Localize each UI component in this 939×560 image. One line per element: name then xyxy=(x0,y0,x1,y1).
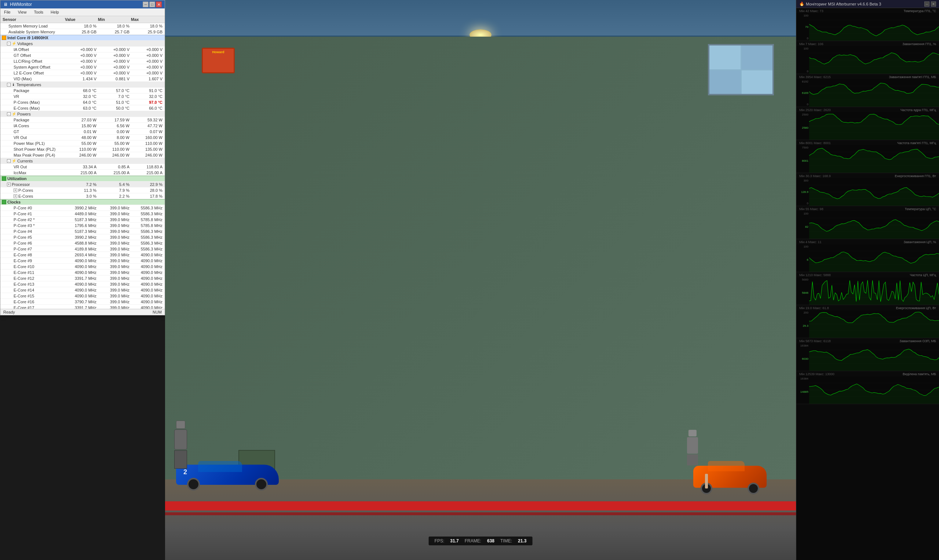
table-row[interactable]: E-Core #11 4090.0 MHz 399.0 MHz 4090.0 M… xyxy=(0,269,165,275)
table-row[interactable]: - ⚡ Voltages xyxy=(0,41,165,46)
graph-svg-gpu-power xyxy=(809,178,939,206)
graph-title-row-gpu-power: Мін 30.3 Макс: 168.9 Енергоспоживання ГП… xyxy=(796,173,939,178)
time-value: 21.3 xyxy=(518,538,526,543)
hwmonitor-title: 🖥 HWMonitor xyxy=(3,2,32,7)
graph-title-row-gpu-mem-load: Мін 3954 Макс: 6215 Завантаження пам'яті… xyxy=(796,74,939,79)
table-row[interactable]: L2 E-Core Offset +0.000 V +0.000 V +0.00… xyxy=(0,70,165,76)
table-row[interactable]: GT 0.01 W 0.00 W 0.07 W xyxy=(0,129,165,135)
graph-area-fill-gpu-temp xyxy=(809,24,939,41)
y-axis-gpu-temp: 100 70 0 xyxy=(796,13,809,41)
y-axis-gpu-mem-load: 8192 6169 0 xyxy=(796,79,809,107)
y-top-cpu-temp: 100 xyxy=(797,212,808,215)
table-row[interactable]: Power Max (PL1) 55.00 W 55.00 W 110.00 W xyxy=(0,140,165,146)
y-top-ram-load: 16384 xyxy=(797,344,808,347)
table-row[interactable]: E-Core #9 4090.0 MHz 399.0 MHz 4090.0 MH… xyxy=(0,258,165,264)
table-row[interactable]: P-Core #2 * 5187.3 MHz 399.0 MHz 5785.8 … xyxy=(0,217,165,223)
close-button[interactable]: ✕ xyxy=(156,2,162,7)
table-row[interactable]: VR Out 48.00 W 8.00 W 160.00 W xyxy=(0,135,165,140)
y-axis-gpu-core-clock: 2500 2580 xyxy=(796,112,809,140)
graph-area-cpu-temp: 100 82 xyxy=(796,211,939,239)
table-row[interactable]: Short Power Max (PL2) 110.00 W 110.00 W … xyxy=(0,146,165,152)
graph-svg-gpu-mem-load xyxy=(809,79,939,107)
table-row[interactable]: E-Core #13 4090.0 MHz 399.0 MHz 4090.0 M… xyxy=(0,281,165,287)
table-row[interactable]: P-Core #3 * 1795.6 MHz 399.0 MHz 5785.8 … xyxy=(0,223,165,228)
table-row[interactable]: P-Core #1 4489.0 MHz 399.0 MHz 5586.3 MH… xyxy=(0,211,165,217)
ab-close[interactable]: ✕ xyxy=(931,2,936,6)
table-row[interactable]: Intel Core i9 14900HX xyxy=(0,35,165,41)
graph-gpu-temp: Мін 42 Макс: 73 Температура ГП1, °С 100 … xyxy=(796,8,939,41)
graph-canvas-cpu-power xyxy=(809,310,939,338)
table-row[interactable]: LLC/Ring Offset +0.000 V +0.000 V +0.000… xyxy=(0,58,165,64)
sensor-table[interactable]: System Memory Load 18.0 % 18.0 % 18.0 % … xyxy=(0,23,165,309)
table-row[interactable]: E-Core #8 2693.4 MHz 399.0 MHz 4090.0 MH… xyxy=(0,252,165,258)
table-row[interactable]: VR 32.0 °C 7.0 °C 32.0 °C xyxy=(0,94,165,99)
table-row[interactable]: IA Cores 15.80 W 6.56 W 47.72 W xyxy=(0,123,165,129)
table-row[interactable]: - ⚡ Powers xyxy=(0,111,165,117)
table-row[interactable]: Clocks xyxy=(0,199,165,205)
table-row[interactable]: IccMax 215.00 A 215.00 A 215.00 A xyxy=(0,170,165,176)
table-row[interactable]: E-Core #16 3790.7 MHz 399.0 MHz 4090.0 M… xyxy=(0,299,165,305)
fps-overlay: FPS: 31.7 FRAME: 638 TIME: 21.3 xyxy=(429,537,533,545)
table-row[interactable]: E-Core #15 4090.0 MHz 399.0 MHz 4090.0 M… xyxy=(0,293,165,299)
graph-area-gpu-core-clock: 2500 2580 xyxy=(796,112,939,140)
y-axis-cpu-temp: 100 82 xyxy=(796,211,809,239)
y-bot-gpu-mem-load: 0 xyxy=(797,103,808,106)
table-row[interactable]: E-Core #14 4090.0 MHz 399.0 MHz 4090.0 M… xyxy=(0,287,165,293)
table-row[interactable]: E-Cores (Max) 63.0 °C 50.0 °C 66.0 °C xyxy=(0,105,165,111)
y-current-cpu-temp: 82 xyxy=(797,225,808,228)
table-row[interactable]: Package 27.03 W 17.59 W 59.32 W xyxy=(0,117,165,123)
fps-value: 31.7 xyxy=(450,538,459,543)
afterburner-graphs-container[interactable]: Мін 42 Макс: 73 Температура ГП1, °С 100 … xyxy=(796,8,939,560)
menu-view[interactable]: View xyxy=(16,9,29,15)
y-current-gpu-core-clock: 2580 xyxy=(797,126,808,129)
table-row[interactable]: E-Core #17 3391.7 MHz 399.0 MHz 4090.0 M… xyxy=(0,305,165,309)
table-row[interactable]: System Agent Offset +0.000 V +0.000 V +0… xyxy=(0,64,165,70)
table-row[interactable]: Package 68.0 °C 57.0 °C 91.0 °C xyxy=(0,88,165,94)
graph-gpu-load: Мін 7 Макс: 106 Завантаження ГП1, % 100 … xyxy=(796,41,939,74)
table-row[interactable]: + P-Cores 11.3 % 7.9 % 28.0 % xyxy=(0,188,165,193)
table-row[interactable]: E-Core #12 3391.7 MHz 399.0 MHz 4090.0 M… xyxy=(0,275,165,281)
table-row[interactable]: + E-Cores 3.0 % 2.2 % 17.8 % xyxy=(0,193,165,199)
graph-minmax-gpu-load: Мін 7 Макс: 106 xyxy=(798,42,825,46)
table-row[interactable]: P-Core #7 4189.8 MHz 399.0 MHz 5586.3 MH… xyxy=(0,246,165,252)
graph-canvas-vram-used xyxy=(809,376,939,404)
table-row[interactable]: P-Core #0 3990.2 MHz 399.0 MHz 5586.3 MH… xyxy=(0,205,165,211)
table-row[interactable]: P-Core #4 5187.3 MHz 399.0 MHz 5586.3 MH… xyxy=(0,228,165,234)
frame-value: 638 xyxy=(487,538,494,543)
table-row[interactable]: VR Out 33.34 A 0.85 A 118.83 A xyxy=(0,164,165,170)
table-row[interactable]: System Memory Load 18.0 % 18.0 % 18.0 % xyxy=(0,23,165,29)
y-current-cpu-clock: 5846 xyxy=(797,291,808,294)
graph-svg-cpu-clock xyxy=(809,277,939,305)
table-row[interactable]: VID (Max) 1.434 V 0.881 V 1.607 V xyxy=(0,76,165,82)
table-row[interactable]: E-Core #10 4090.0 MHz 399.0 MHz 4090.0 M… xyxy=(0,264,165,269)
ab-minimize[interactable]: ─ xyxy=(924,2,930,6)
menu-file[interactable]: File xyxy=(2,9,13,15)
graph-svg-gpu-core-clock xyxy=(809,112,939,140)
graph-area-gpu-load: 100 0 xyxy=(796,46,939,74)
table-row[interactable]: - ⚡ Currents xyxy=(0,158,165,164)
menu-tools[interactable]: Tools xyxy=(32,9,46,15)
y-current-gpu-mem-clock: 8001 xyxy=(797,159,808,163)
maximize-button[interactable]: □ xyxy=(149,2,155,7)
robot-right xyxy=(684,430,700,465)
table-row[interactable]: Utilization xyxy=(0,176,165,182)
table-row[interactable]: P-Cores (Max) 64.0 °C 51.0 °C 97.0 °C xyxy=(0,99,165,105)
table-row[interactable]: IA Offset +0.000 V +0.000 V +0.000 V xyxy=(0,46,165,52)
y-axis-gpu-load: 100 0 xyxy=(796,46,809,74)
graph-canvas-ram-load xyxy=(809,343,939,371)
graph-minmax-gpu-temp: Мін 42 Макс: 73 xyxy=(798,9,825,13)
hwmonitor-icon: 🖥 xyxy=(3,2,8,7)
table-row[interactable]: GT Offset +0.000 V +0.000 V +0.000 V xyxy=(0,52,165,58)
col-sensor: Sensor xyxy=(2,17,64,22)
table-header: Sensor Value Min Max xyxy=(0,16,165,23)
graph-minmax-vram-used: Мін 12539 Макс: 13000 xyxy=(798,372,836,376)
menu-help[interactable]: Help xyxy=(48,9,61,15)
table-row[interactable]: - 🌡 Temperatures xyxy=(0,82,165,88)
graph-area-fill-vram-used xyxy=(809,384,939,404)
table-row[interactable]: + Processor 7.2 % 5.4 % 22.9 % xyxy=(0,182,165,188)
table-row[interactable]: Max Peak Power (PL4) 246.00 W 246.00 W 2… xyxy=(0,152,165,158)
table-row[interactable]: Available System Memory 25.8 GB 25.7 GB … xyxy=(0,29,165,35)
table-row[interactable]: P-Core #5 3990.2 MHz 399.0 MHz 5586.3 MH… xyxy=(0,234,165,240)
table-row[interactable]: P-Core #6 4588.8 MHz 399.0 MHz 5586.3 MH… xyxy=(0,240,165,246)
minimize-button[interactable]: ─ xyxy=(143,2,149,7)
